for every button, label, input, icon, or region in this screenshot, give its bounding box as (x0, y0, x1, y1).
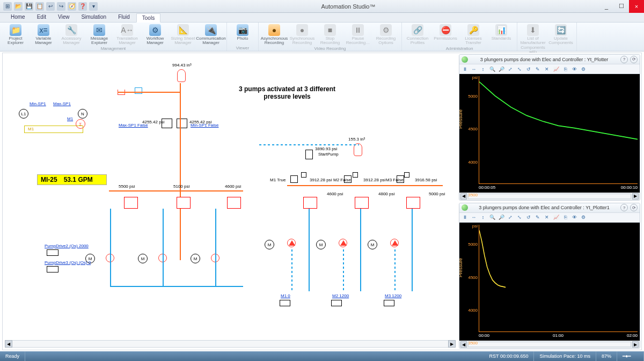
ribbon-project-explorer[interactable]: 📁Project Explorer (2, 24, 29, 46)
menu-tab-simulation[interactable]: Simulation (76, 13, 112, 22)
hscroll-track[interactable] (12, 340, 448, 348)
plotter-tool-1[interactable]: ↔ (470, 213, 478, 221)
plotter-tool-0[interactable]: ⏸ (460, 65, 469, 73)
ribbon-photo[interactable]: 📷Photo (229, 24, 256, 41)
plotter-tool-7[interactable]: ↺ (524, 213, 533, 221)
qat-button-0[interactable]: ⊞ (3, 2, 12, 11)
plotter-tool-2[interactable]: ↕ (479, 213, 487, 221)
refresh-icon[interactable]: ⟳ (630, 204, 638, 211)
plotter-tool-4[interactable]: 🔎 (497, 213, 506, 221)
status-ready: Ready (0, 351, 25, 361)
ribbon-variable-manager[interactable]: x=Variable Manager (30, 24, 57, 46)
help-icon[interactable]: ? (620, 56, 628, 63)
x-tick: 02:00 (627, 333, 638, 340)
hscroll-right-icon[interactable]: ▶ (448, 340, 456, 348)
ribbon-item-label: Sizing Sheet Manager (171, 36, 195, 46)
plotter-tool-5[interactable]: ⤢ (506, 213, 515, 221)
plotter-tool-6[interactable]: ⤡ (515, 213, 524, 221)
plotter-tool-10[interactable]: 📈 (552, 65, 560, 73)
menu-tab-fluid[interactable]: Fluid (113, 13, 135, 22)
qat-button-6[interactable]: 🧭 (68, 2, 76, 11)
motor-r2-icon: M (316, 240, 326, 249)
status-slider[interactable]: ━●━ (617, 351, 644, 361)
link-m2-1200[interactable]: M2 1200 (332, 293, 349, 298)
ribbon-asynchronous-recording[interactable]: ●Asynchronous Recording (261, 24, 288, 46)
scroll-track[interactable] (468, 194, 631, 199)
help-icon[interactable]: ? (620, 204, 628, 211)
plotter-tool-9[interactable]: ✕ (543, 213, 551, 221)
motor-2-icon: M (138, 254, 148, 263)
qat-button-4[interactable]: ↩ (46, 2, 55, 11)
y-axis-label: Pressure (459, 258, 463, 277)
qat-button-2[interactable]: 💾 (25, 2, 33, 11)
ribbon-standards: 📊Standards (488, 24, 515, 46)
plot-scrollbar[interactable]: ◀▶ (459, 193, 640, 200)
plotter-tool-8[interactable]: ✎ (533, 65, 542, 73)
qat-button-1[interactable]: 📂 (14, 2, 23, 11)
minimize-button[interactable]: _ (599, 0, 614, 13)
plot-scrollbar[interactable]: ◀▶ (459, 341, 640, 348)
plotter-tool-4[interactable]: 🔎 (497, 65, 506, 73)
plotter-tool-10[interactable]: 📈 (552, 213, 560, 221)
status-zoom[interactable]: 87% (596, 351, 617, 361)
qat-button-8[interactable]: ▾ (89, 2, 98, 11)
plotter-tool-3[interactable]: 🔍 (488, 213, 496, 221)
qat-button-3[interactable]: 📋 (35, 2, 44, 11)
app-title: Automation Studio™ (98, 3, 599, 10)
link-max-sp1[interactable]: Max-SP1 (53, 101, 71, 106)
diagram-title-line2: pressure levels (239, 93, 335, 100)
y-tick: 3500 (462, 341, 478, 345)
link-m3-1200[interactable]: M3 1200 (385, 293, 401, 298)
plotter-tool-13[interactable]: ⚙ (579, 65, 588, 73)
ribbon-workflow-manager[interactable]: ⚙Workflow Manager (142, 24, 169, 46)
ribbon-item-label: Asynchronous Recording (261, 36, 288, 46)
plotter-tool-0[interactable]: ⏸ (460, 213, 469, 221)
link-m1-0[interactable]: M1 0 (281, 293, 290, 298)
menu-tab-view[interactable]: View (53, 13, 75, 22)
plot-area[interactable]: psiPressure500045004000350000:0001:0002:… (459, 223, 640, 341)
ribbon: 📁Project Explorerx=Variable Manager🔧Acce… (0, 23, 644, 51)
link-max-sp1-false[interactable]: Max-SP1 False (119, 123, 148, 128)
link-min-sp1-false[interactable]: Min-SP1 False (191, 123, 218, 128)
plotter-tool-11[interactable]: ⎘ (561, 213, 569, 221)
link-pumpdrive3[interactable]: PumpDrive3 (Os) (Os) 0 (45, 260, 91, 265)
menu-tab-tools[interactable]: Tools (136, 13, 160, 23)
diagram-canvas[interactable]: 3 pumps activated at 3 different pressur… (3, 53, 458, 350)
plotter-header[interactable]: 3 plungers pumps done with Elec and Cont… (459, 55, 640, 64)
plotter-tool-2[interactable]: ↕ (479, 65, 487, 73)
plotter-tool-11[interactable]: ⎘ (561, 65, 569, 73)
qat-button-7[interactable]: ❓ (78, 2, 87, 11)
canvas-h-scrollbar[interactable]: ◀ ▶ (5, 340, 456, 348)
link-m1[interactable]: M1 (67, 116, 73, 121)
maximize-button[interactable]: ☐ (614, 0, 629, 13)
pswitch-m3-icon (397, 175, 404, 183)
plotter-header[interactable]: 3 plungers pumps done with Elec and Cont… (459, 203, 640, 213)
ribbon-message-explorer[interactable]: ✉Message Explorer (86, 24, 113, 46)
scroll-track[interactable] (468, 342, 631, 347)
plotter-tool-8[interactable]: ✎ (533, 213, 542, 221)
ribbon-pause-recording-: ⏸Pause Recording… (345, 24, 371, 46)
link-pumpdrive2[interactable]: PumpDrive2 (Os) 2000 (45, 244, 89, 248)
plotter-tool-5[interactable]: ⤢ (506, 65, 515, 73)
refresh-icon[interactable]: ⟳ (630, 56, 638, 63)
close-button[interactable]: × (629, 0, 644, 13)
scroll-right-icon[interactable]: ▶ (632, 193, 639, 200)
plotter-tool-6[interactable]: ⤡ (515, 65, 524, 73)
ribbon-communication-manager[interactable]: 🔌Communication Manager (197, 24, 224, 46)
plotter-tool-1[interactable]: ↔ (470, 65, 478, 73)
menu-tab-edit[interactable]: Edit (32, 13, 52, 22)
link-min-sp1[interactable]: Min-SP1 (30, 101, 46, 106)
menu-tab-home[interactable]: Home (5, 13, 31, 22)
plotter-tool-12[interactable]: 👁 (570, 213, 579, 221)
plotter-tool-3[interactable]: 🔍 (488, 65, 496, 73)
plotter-tool-9[interactable]: ✕ (543, 65, 551, 73)
pipe-rret1 (309, 209, 310, 291)
plot-area[interactable]: psiPressure500045004000350000:00:0500:00… (459, 74, 640, 193)
plotter-tool-13[interactable]: ⚙ (579, 213, 588, 221)
plotter-tool-7[interactable]: ↺ (524, 65, 533, 73)
plotter-tool-12[interactable]: 👁 (570, 65, 579, 73)
scroll-right-icon[interactable]: ▶ (632, 341, 639, 348)
permissions-icon: ⛔ (440, 24, 451, 36)
hscroll-left-icon[interactable]: ◀ (5, 340, 12, 348)
qat-button-5[interactable]: ↪ (57, 2, 65, 11)
